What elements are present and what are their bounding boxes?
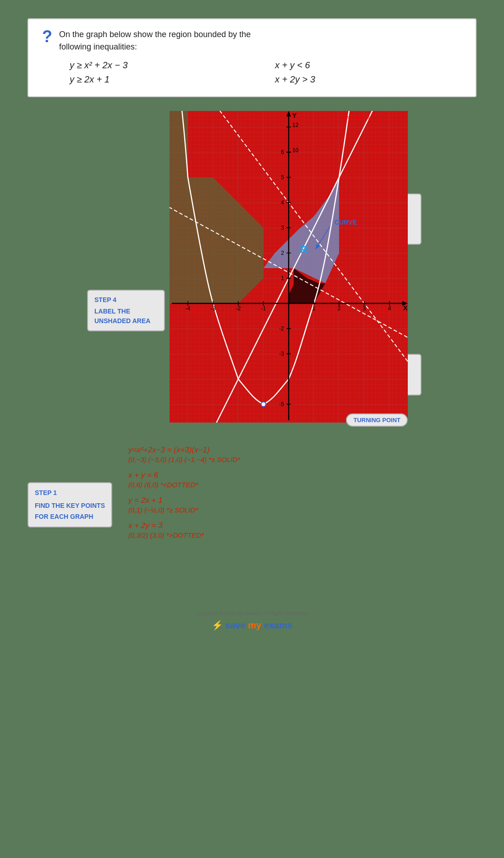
note1: y=x²+2x−3 = (x+3)(x−1) (0,−3) (−3,0) (1,… — [128, 446, 477, 463]
svg-text:2: 2 — [281, 250, 284, 256]
line-label-eq6: = 6 — [378, 308, 386, 314]
svg-text:10: 10 — [292, 147, 299, 154]
ineq-1-left: y ≥ x² + 2x − 3 — [70, 60, 257, 71]
svg-text:3: 3 — [281, 225, 284, 231]
note3: y = 2x + 1 (0,1) (−½,0) *≥ SOLID* — [128, 496, 477, 514]
turning-point-callout: TURNING POINT — [346, 413, 408, 427]
svg-text:-3: -3 — [279, 351, 284, 357]
footer-logo: ⚡ save my exams — [0, 620, 504, 631]
y-axis-label: Y — [292, 112, 297, 119]
x-axis-label: X — [403, 304, 408, 312]
logo-my: my — [248, 620, 261, 630]
note4: x + 2y = 3 (0,3/2) (3,0) *>DOTTED* — [128, 521, 477, 539]
question-text: On the graph below show the region bound… — [59, 28, 251, 53]
svg-text:3: 3 — [363, 305, 366, 312]
notes-section: STEP 1 FIND THE KEY POINTS FOR EACH GRAP… — [27, 446, 477, 592]
svg-text:-2: -2 — [279, 325, 284, 332]
turning-point-dot — [261, 402, 266, 407]
region-r-label: R — [300, 244, 307, 255]
question-box: ? On the graph below show the region bou… — [27, 18, 477, 97]
ineq-1-right: x + y < 6 — [275, 60, 462, 71]
svg-text:4: 4 — [281, 199, 284, 206]
ineq-2-left: y ≥ 2x + 1 — [70, 74, 257, 85]
ineq-2-right: x + 2y > 3 — [275, 74, 462, 85]
curve-label: CURVE — [334, 219, 357, 226]
svg-text:-1: -1 — [261, 305, 266, 312]
svg-text:6: 6 — [281, 149, 284, 155]
svg-text:-5: -5 — [279, 401, 284, 407]
graph-svg: Y X 6 5 4 3 2 1 — [170, 111, 408, 423]
svg-text:-2: -2 — [236, 305, 241, 312]
logo-save: save — [225, 620, 246, 630]
copyright-text: Copyright © Save My Exams. All Rights Re… — [0, 610, 504, 616]
graph-section: STEP 2 DRAW A LINE/ CURVE FOR EACH INEQU… — [87, 111, 417, 423]
lightning-icon: ⚡ — [212, 620, 223, 631]
svg-text:-3: -3 — [211, 305, 216, 312]
question-header: ? On the graph below show the region bou… — [42, 28, 462, 53]
graph-canvas: Y X 6 5 4 3 2 1 — [170, 111, 408, 423]
curve-label-parabola: y=x²+2x−3 — [343, 114, 370, 121]
svg-text:2: 2 — [338, 305, 341, 312]
line-label-xy6-left: x+y — [192, 308, 202, 314]
svg-text:1: 1 — [281, 275, 284, 281]
svg-text:5: 5 — [281, 174, 284, 181]
svg-text:1: 1 — [312, 305, 316, 312]
logo-exams: exams — [264, 620, 292, 630]
svg-text:-4: -4 — [186, 305, 191, 312]
question-icon: ? — [42, 28, 52, 45]
line-label-2x1: 2x + 1 — [371, 147, 386, 154]
step4-callout: STEP 4 LABEL THE UNSHADED AREA — [87, 290, 165, 331]
step1-callout: STEP 1 FIND THE KEY POINTS FOR EACH GRAP… — [27, 482, 112, 528]
note2: x + y = 6 (0,6) (6,0) *<DOTTED* — [128, 471, 477, 489]
inequalities-grid: y ≥ x² + 2x − 3 x + y < 6 y ≥ 2x + 1 x +… — [70, 60, 462, 85]
footer: Copyright © Save My Exams. All Rights Re… — [0, 610, 504, 640]
svg-text:4: 4 — [388, 305, 391, 312]
y12-label: 12 — [292, 122, 299, 128]
